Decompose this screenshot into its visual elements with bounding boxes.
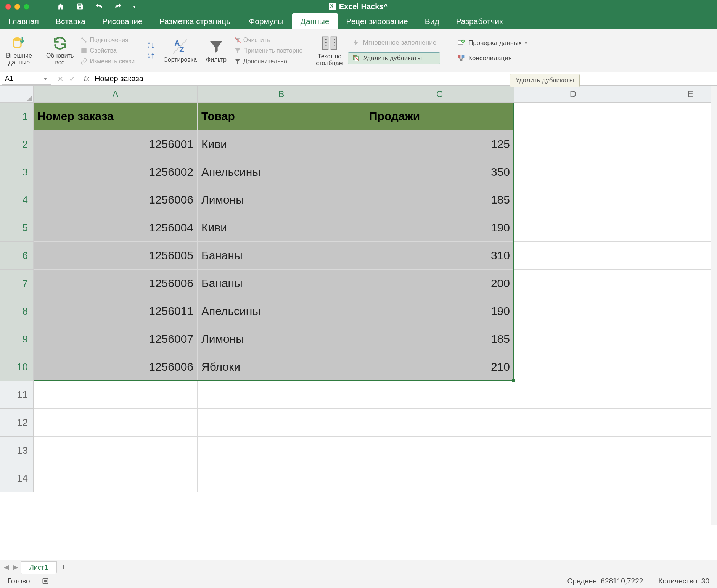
sheet-nav-next[interactable]: ▶ (11, 563, 20, 571)
cell-E12[interactable] (632, 409, 717, 437)
column-header-A[interactable]: A (34, 86, 198, 103)
cell-B4[interactable]: Лимоны (198, 186, 365, 214)
save-icon[interactable] (76, 3, 84, 10)
cell-D13[interactable] (514, 437, 632, 464)
cell-E14[interactable] (632, 464, 717, 492)
sort-asc-button[interactable]: AЯ (146, 41, 156, 50)
cell-B14[interactable] (198, 464, 365, 492)
cell-D12[interactable] (514, 409, 632, 437)
cell-B6[interactable]: Бананы (198, 242, 365, 270)
cell-C13[interactable] (365, 437, 514, 464)
column-header-B[interactable]: B (198, 86, 365, 103)
cell-E3[interactable] (632, 158, 717, 186)
flash-fill-button[interactable]: Мгновенное заполнение (348, 37, 440, 48)
cell-D11[interactable] (514, 381, 632, 409)
cell-A14[interactable] (34, 464, 198, 492)
cell-E2[interactable] (632, 130, 717, 158)
row-header-8[interactable]: 8 (0, 297, 34, 325)
cell-B2[interactable]: Киви (198, 130, 365, 158)
cells-grid[interactable]: Номер заказаТоварПродажи1256001Киви12512… (34, 103, 717, 492)
cell-D10[interactable] (514, 353, 632, 381)
cell-D14[interactable] (514, 464, 632, 492)
cell-D4[interactable] (514, 186, 632, 214)
clear-filter-button[interactable]: Очистить (232, 35, 305, 45)
cell-A3[interactable]: 1256002 (34, 158, 198, 186)
macro-record-icon[interactable] (42, 577, 49, 585)
cancel-formula-button[interactable]: ✕ (57, 74, 64, 84)
row-header-10[interactable]: 10 (0, 353, 34, 381)
text-to-columns-button[interactable]: Текст по столбцам (313, 33, 346, 68)
cell-E10[interactable] (632, 353, 717, 381)
qat-customize-icon[interactable]: ▾ (133, 3, 136, 10)
cell-E7[interactable] (632, 270, 717, 297)
cell-D7[interactable] (514, 270, 632, 297)
cell-A9[interactable]: 1256007 (34, 325, 198, 353)
row-header-11[interactable]: 11 (0, 381, 34, 409)
row-header-3[interactable]: 3 (0, 158, 34, 186)
formula-input[interactable] (93, 73, 717, 85)
cell-D5[interactable] (514, 214, 632, 242)
cell-D9[interactable] (514, 325, 632, 353)
cell-A11[interactable] (34, 381, 198, 409)
cell-A1[interactable]: Номер заказа (34, 103, 198, 130)
cell-C8[interactable]: 190 (365, 297, 514, 325)
cell-C9[interactable]: 185 (365, 325, 514, 353)
cell-A13[interactable] (34, 437, 198, 464)
cell-A7[interactable]: 1256006 (34, 270, 198, 297)
cell-C5[interactable]: 190 (365, 214, 514, 242)
column-header-E[interactable]: E (632, 86, 717, 103)
ribbon-tab-рисование[interactable]: Рисование (94, 13, 151, 29)
cell-C6[interactable]: 310 (365, 242, 514, 270)
cell-D8[interactable] (514, 297, 632, 325)
ribbon-tab-главная[interactable]: Главная (0, 13, 47, 29)
cell-E4[interactable] (632, 186, 717, 214)
cell-A4[interactable]: 1256006 (34, 186, 198, 214)
connections-button[interactable]: Подключения (78, 35, 137, 45)
ribbon-tab-разработчик[interactable]: Разработчик (448, 13, 511, 29)
cell-B10[interactable]: Яблоки (198, 353, 365, 381)
minimize-window-button[interactable] (14, 4, 20, 10)
column-header-C[interactable]: C (365, 86, 514, 103)
maximize-window-button[interactable] (24, 4, 29, 10)
select-all-corner[interactable] (0, 86, 34, 103)
data-validation-button[interactable]: Проверка данных ▾ (453, 37, 531, 49)
cell-E5[interactable] (632, 214, 717, 242)
row-header-1[interactable]: 1 (0, 103, 34, 130)
row-header-9[interactable]: 9 (0, 325, 34, 353)
cell-B5[interactable]: Киви (198, 214, 365, 242)
external-data-button[interactable]: Внешние данные (3, 34, 35, 67)
cell-E11[interactable] (632, 381, 717, 409)
cell-A12[interactable] (34, 409, 198, 437)
filter-button[interactable]: Фильтр (202, 37, 230, 65)
ribbon-tab-разметка страницы[interactable]: Разметка страницы (151, 13, 241, 29)
cell-E8[interactable] (632, 297, 717, 325)
ribbon-tab-вид[interactable]: Вид (416, 13, 448, 29)
cell-B11[interactable] (198, 381, 365, 409)
close-window-button[interactable] (5, 4, 11, 10)
cell-E1[interactable] (632, 103, 717, 130)
row-header-2[interactable]: 2 (0, 130, 34, 158)
cell-C11[interactable] (365, 381, 514, 409)
cell-C1[interactable]: Продажи (365, 103, 514, 130)
cell-E13[interactable] (632, 437, 717, 464)
cell-A5[interactable]: 1256004 (34, 214, 198, 242)
redo-icon[interactable] (114, 3, 122, 10)
ribbon-tab-данные[interactable]: Данные (292, 13, 338, 29)
ribbon-tab-рецензирование[interactable]: Рецензирование (338, 13, 416, 29)
cell-A10[interactable]: 1256006 (34, 353, 198, 381)
ribbon-tab-формулы[interactable]: Формулы (240, 13, 292, 29)
name-box[interactable]: A1 ▼ (2, 73, 51, 85)
undo-icon[interactable] (95, 3, 103, 10)
row-header-14[interactable]: 14 (0, 464, 34, 492)
accept-formula-button[interactable]: ✓ (69, 74, 76, 84)
cell-B12[interactable] (198, 409, 365, 437)
properties-button[interactable]: Свойства (78, 46, 137, 55)
home-icon[interactable] (56, 3, 65, 10)
cell-A8[interactable]: 1256011 (34, 297, 198, 325)
sheet-nav-prev[interactable]: ◀ (2, 563, 11, 571)
row-header-6[interactable]: 6 (0, 242, 34, 270)
cell-C7[interactable]: 200 (365, 270, 514, 297)
advanced-filter-button[interactable]: Дополнительно (232, 57, 305, 66)
cell-E9[interactable] (632, 325, 717, 353)
cell-C3[interactable]: 350 (365, 158, 514, 186)
